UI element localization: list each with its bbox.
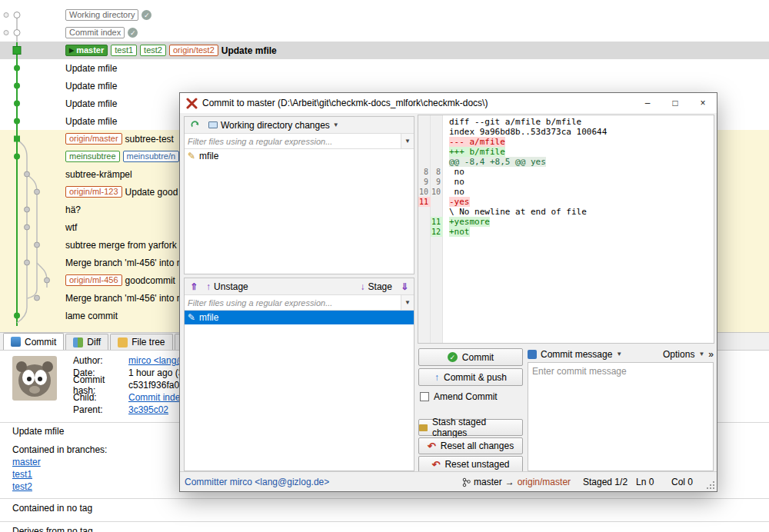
graph-row[interactable]: ▶mastertest1test2origin/test2Update mfil… (0, 42, 769, 59)
graph-row[interactable]: Working directory✓ (0, 6, 769, 24)
unstage-all-button[interactable]: ⇑ (188, 280, 200, 294)
commit-button[interactable]: ✓ Commit (418, 348, 523, 366)
branch-label-meinsubtree[interactable]: meinsubtree (65, 151, 120, 162)
diff-line-text: --- a/mfile (449, 137, 505, 147)
branch-link-master[interactable]: master (12, 457, 41, 469)
stash-staged-label: Stash staged changes (432, 417, 522, 438)
branch-label-text: test1 (115, 45, 133, 55)
branch-label-origin-ml-456[interactable]: origin/ml-456 (65, 274, 122, 286)
branch-status: master → origin/master (462, 477, 571, 487)
commit-subject: Update good (125, 187, 178, 198)
chevron-down-icon: ▼ (616, 351, 622, 357)
commit-subject: subtree-test (125, 134, 174, 145)
dialog-titlebar[interactable]: Commit to master (D:\Arbeit\git\checkmk-… (180, 93, 717, 113)
tab-label: Commit (25, 337, 56, 347)
file-name: mfile (199, 151, 218, 161)
unstaged-files-panel: Working directory changes ▼ ▼ ✎mfile (184, 116, 414, 274)
branch-label-text: master (76, 45, 104, 55)
diff-line: \ No newline at end of file (418, 207, 714, 217)
graph-row[interactable]: Commit index✓ (0, 24, 769, 42)
reset-all-changes-button[interactable]: ↶ Reset all changes (418, 437, 523, 454)
unstaged-filter-input[interactable] (185, 134, 401, 148)
commit-subject: goodcommit (125, 275, 175, 286)
stage-button-label: Stage (368, 281, 392, 292)
branch-label-text: meinsubtre/n (127, 151, 176, 161)
commit-subject: subtree merge from yarfork (65, 240, 177, 251)
detail-value[interactable]: 3c395c02 (128, 404, 168, 415)
commit-subject: Merge branch 'ml-456' into m (65, 258, 185, 268)
old-line-number (418, 157, 431, 167)
branch-link-test2[interactable]: test2 (12, 481, 41, 494)
tab-commit[interactable]: Commit (3, 333, 64, 350)
new-line-number (431, 127, 443, 137)
minimize-button[interactable]: – (634, 93, 661, 113)
branch-label-meinsubtre-n[interactable]: meinsubtre/n (123, 151, 180, 162)
amend-commit-checkbox[interactable]: Amend Commit (420, 391, 498, 402)
author-avatar (12, 356, 57, 401)
current-branch-name: master (474, 477, 502, 487)
close-button[interactable]: × (689, 93, 717, 113)
commit-subject: Update mfile (65, 116, 117, 127)
stash-staged-button[interactable]: Stash staged changes (418, 419, 523, 436)
modified-file-icon: ✎ (188, 151, 195, 161)
commit-subject: Update mfile (221, 45, 277, 56)
staged-filter-input[interactable] (185, 295, 401, 310)
old-line-number: 10 (418, 187, 431, 197)
filter-dropdown-button[interactable]: ▼ (401, 134, 414, 148)
reset-all-label: Reset all changes (441, 441, 514, 451)
refresh-button[interactable] (188, 118, 202, 132)
clean-check-icon: ✓ (128, 28, 138, 38)
old-line-number (418, 207, 431, 217)
file-item-mfile[interactable]: ✎mfile (185, 149, 414, 163)
branch-label-origin-test2[interactable]: origin/test2 (169, 45, 218, 56)
new-line-number: 8 (431, 167, 443, 177)
stage-button[interactable]: ↓ Stage (358, 280, 394, 294)
clean-check-icon: ✓ (141, 10, 151, 20)
new-line-number (431, 197, 443, 207)
commit-message-combo[interactable]: Commit message (541, 349, 612, 360)
commit-full-message: Update mfile (12, 426, 64, 437)
commit-and-push-button[interactable]: ↑ Commit & push (418, 368, 523, 386)
unstage-button[interactable]: ↑ Unstage (204, 280, 251, 294)
commit-subject: hä? (65, 204, 81, 215)
diff-line-text: index 9a96bd8b..53d373ca 100644 (449, 127, 607, 137)
branch-icon (462, 477, 471, 487)
file-name: mfile (199, 312, 218, 323)
branch-link-test1[interactable]: test1 (12, 469, 41, 481)
resize-grip[interactable] (713, 487, 714, 489)
new-line-number: 9 (431, 177, 443, 187)
tab-diff[interactable]: Diff (65, 334, 108, 350)
checkbox-icon[interactable] (420, 392, 429, 401)
branch-label-test1[interactable]: test1 (111, 45, 137, 56)
working-directory-combo[interactable]: Working directory changes ▼ (206, 118, 341, 132)
detail-value[interactable]: Commit index (128, 392, 185, 403)
committer-link[interactable]: Committer mirco <lang@gizlog.de> (185, 477, 329, 487)
diff-line-text: diff --git a/mfile b/mfile (449, 117, 581, 127)
old-line-number (418, 127, 431, 137)
stage-all-button[interactable]: ⇓ (398, 280, 411, 294)
branch-label-test2[interactable]: test2 (140, 45, 166, 56)
reset-unstaged-label: Reset unstaged (444, 459, 509, 470)
tab-file-tree[interactable]: File tree (110, 334, 172, 350)
double-down-arrow-icon: ⇓ (401, 281, 408, 292)
virtual-row-label[interactable]: Commit index (65, 27, 125, 38)
reset-unstaged-button[interactable]: ↶ Reset unstaged (418, 456, 523, 473)
commit-message-input[interactable] (528, 362, 714, 471)
maximize-button[interactable]: □ (661, 93, 689, 113)
options-menu[interactable]: Options (663, 349, 694, 360)
column-indicator: Col 0 (671, 477, 693, 487)
file-item-mfile[interactable]: ✎mfile (185, 311, 414, 324)
diff-line-text: +not (449, 227, 470, 237)
diff-line-text: +yesmore (449, 217, 490, 227)
diff-line: 12+not (418, 227, 714, 237)
graph-row[interactable]: Update mfile (0, 59, 769, 77)
branch-label-origin-master[interactable]: origin/master (65, 133, 122, 145)
dialog-status-bar: Committer mirco <lang@gizlog.de> master … (180, 471, 717, 491)
virtual-row-label[interactable]: Working directory (65, 9, 138, 21)
branch-label-text: origin/test2 (173, 45, 215, 55)
filter-dropdown-button[interactable]: ▼ (401, 295, 414, 310)
toolbar-overflow-button[interactable]: » (708, 349, 714, 360)
git-extensions-icon (186, 98, 198, 109)
branch-label-master[interactable]: ▶master (65, 45, 108, 56)
branch-label-origin-ml-123[interactable]: origin/ml-123 (65, 186, 122, 198)
